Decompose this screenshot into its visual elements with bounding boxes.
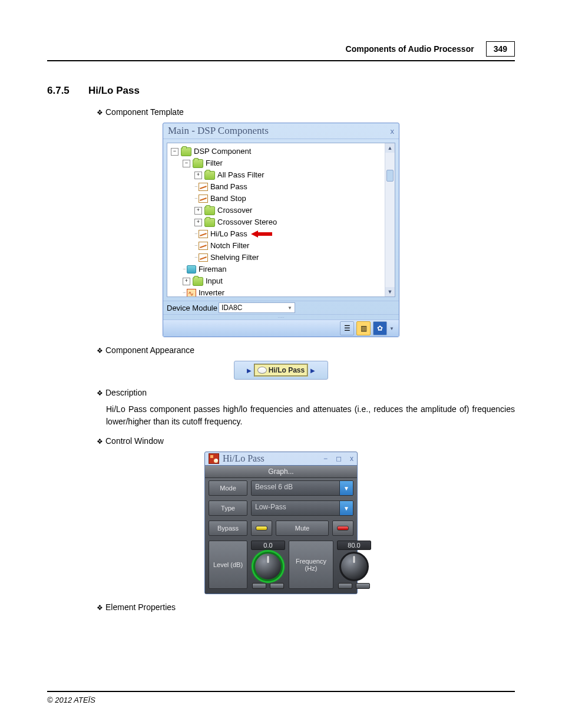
control-window-body: Graph... Mode Bessel 6 dB ▼ Type Low-Pas… [205,465,357,594]
bypass-label: Bypass [209,521,247,536]
device-module-row: Device Module IDA8C ▼ [163,301,399,314]
tree-node-input[interactable]: Input [206,275,223,287]
close-icon[interactable]: x [391,127,395,136]
tree-node-root[interactable]: DSP Component [194,146,251,157]
tree-connector: ···· [194,240,197,252]
component-block[interactable]: Hi/Lo Pass [254,364,308,377]
component-appearance-block: ▶ Hi/Lo Pass ▶ [234,361,328,380]
tree-node-allpass[interactable]: All Pass Filter [217,169,264,181]
control-window-title: Hi/Lo Pass [223,453,265,464]
tree-node-fireman[interactable]: Fireman [199,263,227,275]
header-title: Components of Audio Processor [346,44,474,54]
knob-dec-button[interactable] [252,583,266,589]
level-knob[interactable] [253,552,283,581]
tree-connector: ···· [194,228,197,240]
scrollbar[interactable]: ▲ ▼ [385,143,395,297]
knob-inc-button[interactable] [270,583,284,589]
output-port-icon: ▶ [310,367,315,374]
filter-icon [199,195,208,203]
folder-icon [204,218,215,227]
panel-toolbar: ☰ ▥ ✿ ▼ [163,319,399,337]
expand-icon[interactable]: + [183,278,190,285]
control-window-titlebar: Hi/Lo Pass − ◻ x [205,452,357,465]
mode-value: Bessel 6 dB [252,481,340,495]
device-module-value: IDA8C [222,304,242,312]
filter-icon [199,253,208,262]
mode-label: Mode [209,480,247,496]
toolbar-list-button[interactable]: ☰ [340,321,354,335]
tree-node-crossover-stereo[interactable]: Crossover Stereo [217,216,277,228]
mute-label: Mute [276,521,329,536]
folder-icon [193,159,203,168]
component-icon [257,367,267,374]
chevron-down-icon: ▼ [287,305,292,311]
expand-icon[interactable]: + [194,172,202,179]
minimize-icon[interactable]: − [323,454,328,463]
tree-node-bandpass[interactable]: Band Pass [210,181,247,193]
subhead-template: Component Template [97,107,515,117]
tree-node-crossover[interactable]: Crossover [217,205,252,216]
mute-toggle[interactable] [332,521,353,536]
mode-select[interactable]: Bessel 6 dB ▼ [251,480,353,496]
component-label: Hi/Lo Pass [269,366,305,374]
tree-node-bandstop[interactable]: Band Stop [210,193,246,205]
input-port-icon: ▶ [247,367,252,374]
expand-icon[interactable]: + [194,219,202,226]
tree-node-inverter[interactable]: Inverter [199,287,224,297]
section-title: Hi/Lo Pass [88,85,140,97]
control-window: Hi/Lo Pass − ◻ x Graph... Mode Bessel 6 … [204,452,358,594]
device-module-select[interactable]: IDA8C ▼ [219,302,295,313]
tree-connector: ···· [194,252,197,263]
collapse-icon[interactable]: − [183,160,190,167]
app-icon [209,453,219,464]
level-label: Level (dB) [209,541,247,589]
frequency-knob[interactable] [339,552,369,581]
tree-node-hilo[interactable]: Hi/Lo Pass [210,228,247,240]
page-footer: © 2012 ATEÏS [47,691,515,704]
tree-body: −DSP Component −Filter +All Pass Filter … [167,143,395,297]
fireman-icon [187,265,196,274]
description-text: Hi/Lo Pass component passes high/lo freq… [106,403,515,428]
maximize-icon[interactable]: ◻ [336,454,342,463]
led-red-icon [337,526,349,531]
subhead-elemprops: Element Properties [97,602,515,612]
frequency-label: Frequency (Hz) [289,541,333,589]
subhead-control: Control Window [97,436,515,446]
resize-grip[interactable]: ····· [163,314,399,319]
chevron-down-icon: ▼ [340,501,353,515]
filter-icon [199,183,208,191]
chevron-down-icon[interactable]: ▼ [389,326,395,331]
dsp-components-panel: Main - DSP Components x −DSP Component −… [163,123,399,337]
close-icon[interactable]: x [350,454,353,463]
page-header: Components of Audio Processor 349 [47,41,515,61]
knob-inc-button[interactable] [356,583,370,589]
folder-icon [204,171,215,180]
scrollbar-thumb[interactable] [386,170,394,182]
collapse-icon[interactable]: − [171,148,178,156]
toolbar-gear-button[interactable]: ✿ [373,321,387,335]
bypass-toggle[interactable] [251,521,272,536]
device-module-label: Device Module [167,304,217,312]
tree-node-shelving[interactable]: Shelving Filter [210,252,259,263]
folder-icon [181,147,191,156]
scroll-down-icon[interactable]: ▼ [385,287,395,297]
tree-connector: ···· [194,193,197,205]
scroll-up-icon[interactable]: ▲ [385,143,395,153]
frequency-readout: 80.0 [337,541,371,550]
type-value: Low-Pass [252,501,340,515]
expand-icon[interactable]: + [194,207,202,215]
svg-marker-0 [251,230,272,238]
subhead-description: Description [97,388,515,397]
tree-node-notch[interactable]: Notch Filter [210,240,249,252]
type-select[interactable]: Low-Pass ▼ [251,500,353,516]
led-yellow-icon [256,526,267,531]
tree-view[interactable]: −DSP Component −Filter +All Pass Filter … [167,143,385,297]
toolbar-columns-button[interactable]: ▥ [356,321,371,335]
section-number: 6.7.5 [47,85,88,97]
tree-connector: ···· [194,181,197,193]
tree-node-filter[interactable]: Filter [206,157,223,169]
inverter-icon [187,289,196,297]
graph-button[interactable]: Graph... [205,466,357,478]
knob-dec-button[interactable] [338,583,352,589]
page-number: 349 [486,41,515,57]
